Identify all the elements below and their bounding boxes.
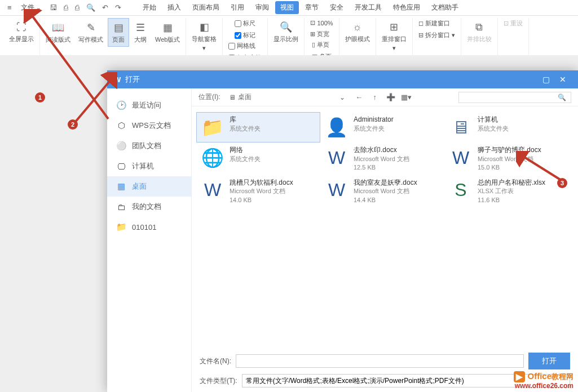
file-meta: XLSX 工作表 (478, 187, 545, 195)
file-meta: 系统文件夹 (230, 124, 261, 133)
gridlines-check[interactable]: 网格线 (227, 41, 263, 51)
maximize-icon[interactable]: ▢ (537, 75, 554, 84)
nav-pane-button[interactable]: ◧导航窗格 ▾ (188, 18, 220, 54)
ruler-check[interactable]: 标尺 (233, 18, 257, 29)
reset-button: ⊡ 重设 (502, 18, 524, 29)
markup-check[interactable]: 标记 (233, 30, 257, 41)
tab-page-layout[interactable]: 页面布局 (187, 1, 224, 14)
new-folder-icon[interactable]: ➕ (385, 92, 396, 103)
sidebar-item-0[interactable]: 🕑最近访问 (107, 95, 191, 115)
close-icon[interactable]: ✕ (554, 75, 571, 84)
file-item-7[interactable]: W我的室友是妖孽.docxMicrosoft Word 文档14.4 KB (320, 175, 444, 208)
tab-insert[interactable]: 插入 (162, 1, 186, 14)
zoom-100-button[interactable]: ⊡ 100% (309, 18, 334, 28)
rearrange-button[interactable]: ⊞重排窗口 ▾ (378, 18, 410, 54)
wps-logo-icon: W (114, 75, 121, 84)
filename-label: 文件名(N): (200, 357, 231, 366)
annotation-badge-2: 2 (68, 119, 78, 130)
file-name: 总的用户名和秘密.xlsx (478, 178, 545, 188)
file-name: 库 (230, 115, 261, 124)
file-item-3[interactable]: 🌐网络系统文件夹 (196, 142, 320, 175)
rearrange-icon: ⊞ (387, 20, 401, 34)
search-input[interactable]: 🔍 (458, 92, 571, 103)
file-menu[interactable]: 文件 ⌄ (16, 1, 46, 14)
eye-mode-button[interactable]: ☼护眼模式 (342, 18, 373, 46)
single-page-button[interactable]: ▯ 单页 (311, 39, 333, 50)
page-width-button[interactable]: ⊞ 页宽 (309, 29, 334, 39)
tab-doc-assistant[interactable]: 文档助手 (426, 1, 464, 14)
file-icon: 👤 (324, 115, 349, 140)
sidebar-item-3[interactable]: 🖵计算机 (107, 156, 191, 176)
split-window-button[interactable]: ⊟ 拆分窗口 ▾ (417, 30, 456, 41)
file-meta: Microsoft Word 文档 (478, 155, 541, 163)
sidebar-item-label: 最近访问 (132, 100, 161, 110)
zoom-page-icon[interactable]: 🔍 (83, 2, 98, 13)
hamburger-icon[interactable]: ≡ (5, 2, 15, 13)
outline-icon: ☰ (134, 21, 147, 34)
file-meta: Microsoft Word 文档 (354, 187, 417, 195)
sidebar-item-label: WPS云文档 (132, 121, 171, 131)
file-meta: 系统文件夹 (354, 124, 394, 133)
zoom-ratio-button[interactable]: 🔍显示比例 (270, 18, 302, 46)
file-item-4[interactable]: W去除水印.docxMicrosoft Word 文档12.5 KB (320, 142, 444, 175)
tab-start[interactable]: 开始 (138, 1, 161, 14)
file-icon: W (200, 178, 225, 203)
outline-button[interactable]: ☰大纲 (130, 18, 151, 47)
sidebar-item-2[interactable]: ⚪团队文档 (107, 136, 191, 156)
tab-security[interactable]: 安全 (325, 1, 348, 14)
print-preview-icon[interactable]: ⎙ (61, 2, 71, 13)
up-icon[interactable]: ↑ (369, 92, 381, 103)
save-icon[interactable]: 🖫 (47, 2, 60, 13)
tab-section[interactable]: 章节 (300, 1, 324, 14)
sidebar-item-5[interactable]: 🗀我的文档 (107, 197, 191, 217)
file-size: 11.6 KB (478, 196, 545, 204)
undo-icon[interactable]: ↶ (99, 2, 111, 13)
watermark-icon: ▶ (514, 371, 525, 382)
dialog-main: 位置(I): 🖥 桌面⌄ ← ↑ ➕ ▦▾ 🔍 📁库系统文件夹👤Administ… (192, 88, 578, 392)
file-item-8[interactable]: S总的用户名和秘密.xlsxXLSX 工作表11.6 KB (444, 175, 568, 208)
sidebar-item-4[interactable]: ▦桌面 (107, 176, 191, 197)
nav-pane-icon: ◧ (197, 20, 211, 34)
sidebar-item-1[interactable]: ⬡WPS云文档 (107, 115, 191, 136)
new-window-button[interactable]: ◻ 新建窗口 (417, 18, 456, 29)
filename-input[interactable] (236, 354, 524, 368)
location-bar: 位置(I): 🖥 桌面⌄ ← ↑ ➕ ▦▾ 🔍 (192, 88, 578, 106)
tab-view[interactable]: 视图 (275, 1, 299, 14)
write-mode-button[interactable]: ✎写作模式 (75, 18, 107, 47)
file-icon: S (448, 178, 473, 203)
file-icon: 📁 (200, 115, 225, 140)
file-name: Administrator (354, 115, 394, 124)
fullscreen-icon: ⛶ (15, 20, 28, 34)
view-icon[interactable]: ▦▾ (401, 92, 412, 103)
file-size: 12.5 KB (354, 163, 409, 172)
sidebar-item-label: 桌面 (132, 181, 147, 191)
dialog-title-text: 打开 (125, 74, 537, 84)
file-name: 网络 (230, 145, 261, 155)
file-icon: 🌐 (200, 145, 225, 170)
page-button[interactable]: ▤页面 (108, 18, 129, 47)
file-item-2[interactable]: 🖥计算机系统文件夹 (444, 112, 568, 142)
fullscreen-button[interactable]: ⛶全屏显示 (6, 18, 37, 46)
tab-review[interactable]: 审阅 (250, 1, 274, 14)
dialog-titlebar: W 打开 ▢ ✕ (107, 70, 578, 88)
file-item-1[interactable]: 👤Administrator系统文件夹 (320, 112, 444, 142)
file-item-6[interactable]: W跳槽只为软福利.docxMicrosoft Word 文档14.0 KB (196, 175, 320, 208)
redo-icon[interactable]: ↷ (112, 2, 124, 13)
sidebar-item-label: 我的文档 (132, 202, 161, 212)
tab-devtools[interactable]: 开发工具 (350, 1, 387, 14)
read-mode-button[interactable]: 📖阅读版式 (42, 18, 74, 47)
sidebar-item-label: 计算机 (132, 161, 154, 171)
web-button[interactable]: ▦Web版式 (152, 18, 183, 47)
print-icon[interactable]: ⎙ (72, 2, 82, 13)
open-button[interactable]: 打开 (528, 353, 570, 369)
tab-references[interactable]: 引用 (226, 1, 249, 14)
file-item-0[interactable]: 📁库系统文件夹 (196, 112, 320, 142)
file-meta: Microsoft Word 文档 (354, 155, 409, 163)
file-item-5[interactable]: W狮子与驴的博弈.docxMicrosoft Word 文档15.0 KB (444, 142, 568, 175)
zoom-icon: 🔍 (279, 20, 293, 34)
sidebar-item-6[interactable]: 📁010101 (107, 217, 191, 237)
location-select[interactable]: 🖥 桌面⌄ (225, 91, 349, 104)
back-icon[interactable]: ← (354, 92, 365, 103)
tab-special[interactable]: 特色应用 (388, 1, 425, 14)
file-name: 狮子与驴的博弈.docx (478, 145, 541, 155)
